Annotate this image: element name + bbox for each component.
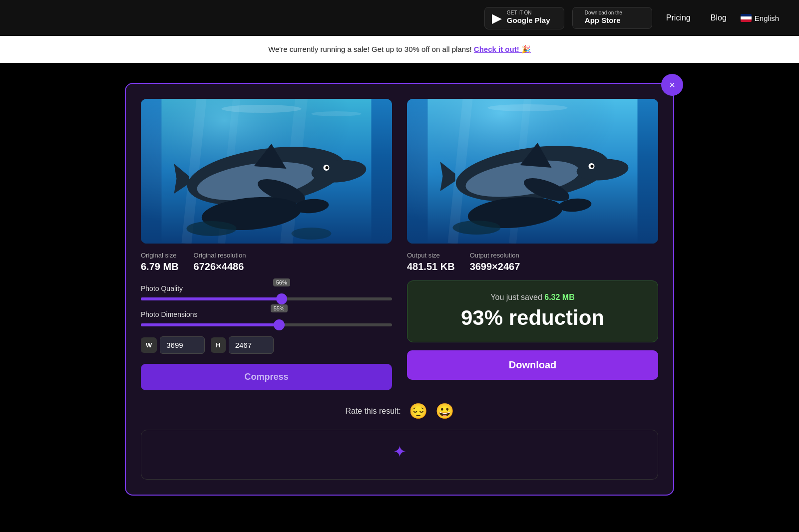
- svg-point-17: [222, 105, 302, 113]
- output-size-label: Output size: [407, 252, 455, 259]
- dimensions-thumb-label: 55%: [271, 304, 288, 312]
- dolphin-svg-left: [141, 99, 392, 244]
- quality-slider-container: 56%: [141, 297, 392, 300]
- google-play-main-text: Google Play: [507, 15, 550, 25]
- savings-amount: 6.32 MB: [544, 293, 574, 301]
- happy-rating-button[interactable]: 😀: [435, 402, 454, 420]
- close-button[interactable]: ×: [661, 74, 683, 96]
- app-store-main-text: App Store: [585, 15, 622, 25]
- sale-link[interactable]: Check it out! 🎉: [474, 45, 531, 53]
- dimensions-slider-container: 55%: [141, 323, 392, 326]
- google-play-button[interactable]: ▶ GET IT ON Google Play: [484, 7, 564, 29]
- sale-text: We're currently running a sale! Get up t…: [268, 45, 472, 53]
- svg-point-16: [292, 228, 332, 240]
- dimensions-control: Photo Dimensions 55% W 3699: [141, 310, 392, 354]
- output-info-row: Output size 481.51 KB Output resolution …: [407, 244, 658, 280]
- dolphin-svg-right: [407, 99, 658, 244]
- flag-icon: [741, 14, 752, 22]
- quality-slider-thumb[interactable]: 56%: [276, 293, 287, 304]
- savings-box: You just saved 6.32 MB 93% reduction: [407, 280, 658, 342]
- savings-percent: 93% reduction: [419, 306, 646, 330]
- svg-point-15: [187, 221, 237, 236]
- pricing-link[interactable]: Pricing: [660, 9, 697, 26]
- svg-point-11: [326, 166, 329, 169]
- bottom-card: ✦: [141, 430, 658, 480]
- original-size-block: Original size 6.79 MB: [141, 252, 179, 272]
- app-store-top-text: Download on the: [585, 10, 622, 15]
- output-size-value: 481.51 KB: [407, 261, 455, 272]
- sad-rating-button[interactable]: 😔: [409, 402, 427, 420]
- quality-slider-fill: [141, 297, 282, 300]
- output-resolution-block: Output resolution 3699×2467: [470, 252, 520, 272]
- rating-row: Rate this result: 😔 😀: [141, 402, 658, 420]
- language-selector[interactable]: English: [741, 14, 779, 22]
- quality-slider-track[interactable]: 56%: [141, 297, 392, 300]
- output-resolution-label: Output resolution: [470, 252, 520, 259]
- download-button[interactable]: Download: [407, 350, 658, 380]
- photo-dimensions-label: Photo Dimensions: [141, 310, 392, 318]
- quality-control: Photo Quality 56%: [141, 284, 392, 300]
- blog-link[interactable]: Blog: [705, 9, 733, 26]
- height-input[interactable]: 2467: [229, 336, 274, 354]
- compress-button[interactable]: Compress: [141, 364, 392, 390]
- original-resolution-value: 6726×4486: [194, 261, 246, 272]
- savings-text: You just saved 6.32 MB: [419, 293, 646, 302]
- main-card: ×: [125, 83, 674, 496]
- original-size-label: Original size: [141, 252, 179, 259]
- header: ▶ GET IT ON Google Play Download on the …: [0, 0, 799, 36]
- dimensions-slider-thumb[interactable]: 55%: [274, 319, 285, 330]
- app-store-button[interactable]: Download on the App Store: [572, 7, 652, 29]
- output-resolution-value: 3699×2467: [470, 261, 520, 272]
- lang-label: English: [755, 14, 779, 22]
- sale-banner: We're currently running a sale! Get up t…: [0, 36, 799, 63]
- original-resolution-block: Original resolution 6726×4486: [194, 252, 246, 272]
- output-image: [407, 99, 658, 244]
- svg-point-33: [453, 221, 501, 235]
- main-content: ×: [0, 63, 799, 516]
- dimensions-slider-fill: [141, 323, 279, 326]
- svg-point-18: [312, 111, 362, 116]
- google-play-top-text: GET IT ON: [507, 10, 550, 15]
- original-resolution-label: Original resolution: [194, 252, 246, 259]
- dimensions-slider-track[interactable]: 55%: [141, 323, 392, 326]
- quality-thumb-label: 56%: [273, 278, 290, 286]
- left-panel: Original size 6.79 MB Original resolutio…: [141, 99, 392, 390]
- svg-point-35: [488, 104, 568, 111]
- original-info-row: Original size 6.79 MB Original resolutio…: [141, 244, 392, 280]
- photo-quality-label: Photo Quality: [141, 284, 392, 292]
- width-input[interactable]: 3699: [160, 336, 205, 354]
- original-image: [141, 99, 392, 244]
- google-play-icon: ▶: [492, 10, 502, 26]
- width-input-group: W 3699: [141, 336, 205, 354]
- output-size-block: Output size 481.51 KB: [407, 252, 455, 272]
- original-size-value: 6.79 MB: [141, 261, 179, 272]
- height-input-group: H 2467: [211, 336, 273, 354]
- rating-label: Rate this result:: [345, 407, 400, 416]
- panels-container: Original size 6.79 MB Original resolutio…: [141, 99, 658, 390]
- width-label: W: [141, 337, 157, 353]
- height-label: H: [211, 337, 225, 353]
- right-panel: Output size 481.51 KB Output resolution …: [407, 99, 658, 390]
- svg-point-29: [591, 165, 594, 168]
- bottom-card-icon: ✦: [153, 442, 646, 461]
- dimensions-inputs-row: W 3699 H 2467: [141, 336, 392, 354]
